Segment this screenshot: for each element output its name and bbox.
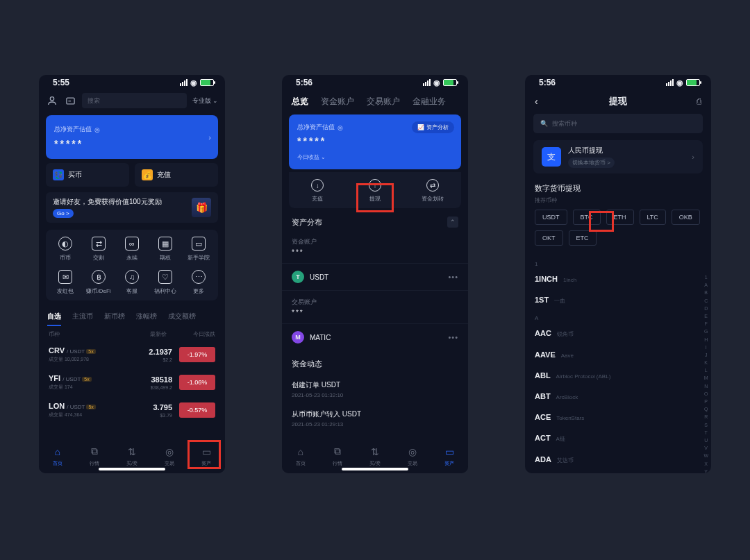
market-row[interactable]: YFI/ USDT5x成交量 174 38518$38,499.2 -1.06% [39, 368, 225, 396]
grid-earn[interactable]: ฿赚币/DeFi [82, 270, 115, 295]
chevron-right-icon: › [692, 153, 694, 161]
withdraw-button[interactable]: ↑提现 [347, 172, 404, 208]
go-button[interactable]: Go > [53, 209, 74, 218]
history-icon[interactable]: ⎙ [697, 96, 701, 106]
coin-row[interactable]: AAVEAave [525, 344, 711, 365]
phone-screen-2: 5:56 ◉ 总览 资金账户 交易账户 金融业务 总净资产估值◎ ***** 今… [282, 75, 468, 473]
grid-more[interactable]: ⋯更多 [182, 270, 215, 295]
deposit-button[interactable]: 💰充值 [135, 163, 218, 187]
bottom-nav: ⌂首页 ⧉行情 ⇅买/卖 ◎交易 ▭资产 [282, 439, 468, 473]
tab-finance[interactable]: 金融业务 [412, 96, 446, 108]
chip-usdt[interactable]: USDT [535, 210, 567, 225]
chip-okt[interactable]: OKT [535, 230, 563, 246]
tab-overview[interactable]: 总览 [292, 96, 308, 108]
coin-row[interactable]: ABLAirbloc Protocol (ABL) [525, 365, 711, 386]
section-distribution: 资产分布 ⌃ [282, 208, 468, 233]
transfer-button[interactable]: ⇄资金划转 [403, 172, 461, 208]
eye-icon[interactable]: ◎ [94, 126, 100, 133]
grid-options[interactable]: ▦期权 [149, 237, 182, 262]
nav-home[interactable]: ⌂首页 [282, 439, 319, 473]
grid-rewards[interactable]: ♡福利中心 [149, 270, 182, 295]
chip-okb[interactable]: OKB [672, 210, 700, 225]
pct-badge: -0.57% [179, 402, 215, 418]
mode-toggle[interactable]: 专业版⌄ [192, 96, 218, 105]
bottom-nav: ⌂首页 ⧉行情 ⇅买/卖 ◎交易 ▭资产 [39, 439, 225, 473]
tab-gainers[interactable]: 涨幅榜 [136, 312, 157, 326]
coin-row[interactable]: AAC锐角币 [525, 323, 711, 344]
asset-matic[interactable]: M MATIC ••• [282, 323, 468, 350]
activity-row[interactable]: 创建订单 USDT2021-05-23 01:32:10 [282, 375, 468, 404]
coin-row[interactable]: ADA艾达币 [525, 449, 711, 470]
collapse-icon[interactable]: ⌃ [447, 217, 458, 228]
page-header: ‹ 提现 ⎙ [525, 90, 711, 114]
tab-new[interactable]: 新币榜 [104, 312, 125, 326]
funding-account-row[interactable]: 资金账户 *** [282, 233, 468, 263]
grid-delivery[interactable]: ⇄交割 [82, 237, 115, 262]
grid-academy[interactable]: ▭新手学院 [182, 237, 215, 262]
nav-assets[interactable]: ▭资产 [188, 439, 225, 473]
account-tabs: 总览 资金账户 交易账户 金融业务 [282, 90, 468, 114]
action-bar: ↓充值 ↑提现 ⇄资金划转 [289, 172, 461, 208]
coin-row[interactable]: ABTArcBlock [525, 386, 711, 407]
wifi-icon: ◉ [676, 78, 683, 87]
grid-spot[interactable]: ◐币币 [49, 237, 82, 262]
coin-row[interactable]: 1ST一血 [525, 289, 711, 311]
coin-row[interactable]: ACETokenStars [525, 407, 711, 427]
status-time: 5:56 [539, 78, 556, 87]
trading-account-row[interactable]: 交易账户 *** [282, 290, 468, 323]
rmb-withdraw-card[interactable]: 支 人民币提现 切换本地货币 > › [533, 140, 703, 173]
chip-etc[interactable]: ETC [569, 230, 597, 246]
tab-mainstream[interactable]: 主流币 [72, 312, 93, 326]
grid-perpetual[interactable]: ∞永续 [115, 237, 149, 262]
tab-trading[interactable]: 交易账户 [367, 96, 400, 108]
table-header: 币种最新价今日涨跌 [39, 326, 225, 341]
chip-btc[interactable]: BTC [573, 210, 601, 225]
eye-icon[interactable]: ◎ [338, 124, 343, 131]
exchange-icon: ◎ [406, 446, 419, 458]
letter-header: A [525, 311, 711, 323]
asset-card[interactable]: 总净资产估值◎ ***** › [46, 115, 218, 159]
coin-row[interactable]: ACTA链 [525, 427, 711, 449]
withdraw-icon: ↑ [369, 179, 381, 192]
today-profit[interactable]: 今日收益 ⌄ [297, 153, 453, 161]
invite-banner[interactable]: 邀请好友，免费获得价值100元奖励 Go > 🎁 [46, 192, 218, 223]
asset-usdt[interactable]: T USDT ••• [282, 263, 468, 290]
wifi-icon: ◉ [190, 78, 197, 87]
section-activity: 资金动态 [282, 350, 468, 375]
asset-analysis-button[interactable]: 📈资产分析 [412, 121, 454, 133]
alpha-index[interactable]: 1ABCDEFGHIJKLMNOPQRSTUVWXYZ [703, 273, 708, 473]
coin-row[interactable]: 1INCH1inch [525, 269, 711, 289]
grid-support[interactable]: ♫客服 [115, 270, 149, 295]
deposit-button[interactable]: ↓充值 [289, 172, 347, 208]
usdt-icon: T [292, 271, 304, 283]
market-row[interactable]: LON/ USDT5x成交量 474,364 3.795$3.79 -0.57% [39, 396, 225, 424]
tab-favorites[interactable]: 自选 [47, 312, 61, 326]
chip-eth[interactable]: ETH [606, 210, 634, 225]
status-time: 5:55 [53, 78, 69, 87]
phone-screen-1: 5:55 ◉ 搜索 专业版⌄ 总净资产估值◎ ***** › 💱买币 💰充值 邀… [39, 75, 225, 473]
tab-volume[interactable]: 成交额榜 [168, 312, 196, 326]
grid-redpacket[interactable]: ✉发红包 [49, 270, 82, 295]
status-bar: 5:56 ◉ [525, 75, 711, 90]
search-input[interactable]: 搜索 [82, 93, 187, 108]
buy-coin-button[interactable]: 💱买币 [46, 163, 129, 187]
chip-ltc[interactable]: LTC [640, 210, 666, 225]
signal-icon [423, 79, 431, 86]
wallet-icon: ▭ [443, 446, 456, 458]
nav-home[interactable]: ⌂首页 [39, 439, 76, 473]
status-bar: 5:56 ◉ [282, 75, 468, 90]
activity-row[interactable]: 从币币账户转入 USDT2021-05-23 01:29:13 [282, 404, 468, 433]
pct-badge: -1.97% [179, 347, 215, 362]
message-icon[interactable] [64, 94, 76, 107]
coin-search-input[interactable]: 🔍 搜索币种 [533, 114, 703, 133]
profile-icon[interactable] [46, 94, 58, 107]
market-row[interactable]: CRV/ USDT5x成交量 10,002,978 2.1937$2.2 -1.… [39, 341, 225, 368]
wifi-icon: ◉ [433, 78, 440, 87]
tab-funding[interactable]: 资金账户 [321, 96, 354, 108]
feature-grid: ◐币币 ⇄交割 ∞永续 ▦期权 ▭新手学院 ✉发红包 ฿赚币/DeFi ♫客服 … [46, 230, 218, 300]
more-icon[interactable]: ••• [448, 273, 458, 281]
market-tabs: 自选 主流币 新币榜 涨幅榜 成交额榜 [39, 307, 225, 326]
more-icon[interactable]: ••• [448, 333, 458, 341]
nav-assets[interactable]: ▭资产 [431, 439, 468, 473]
back-icon[interactable]: ‹ [535, 96, 538, 107]
